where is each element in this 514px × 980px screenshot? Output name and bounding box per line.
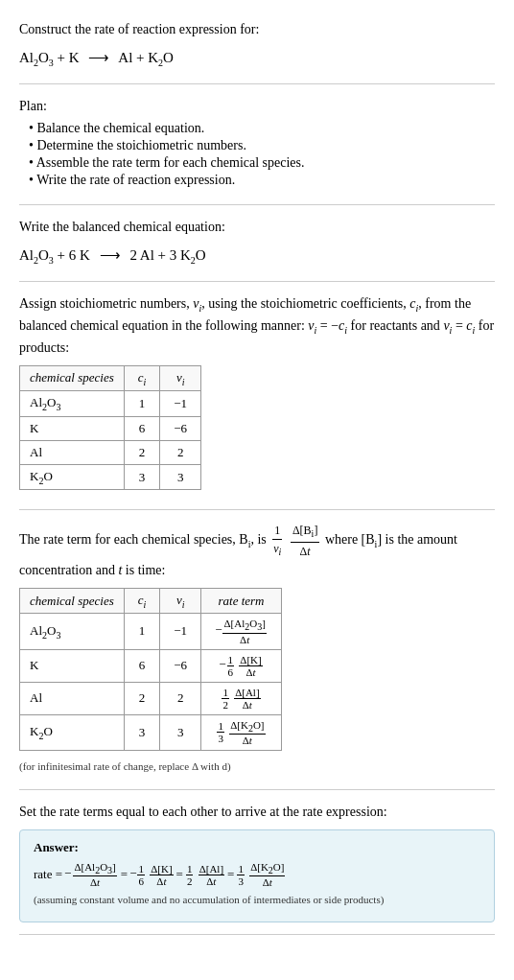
rate-term-table: chemical species ci νi rate term Al2O3 1… [19,588,282,751]
vi-al-2: 2 [160,682,201,714]
equals-2: = [176,867,183,882]
table-row: K 6 −6 − 1 6 Δ[K] Δt [20,649,282,682]
species-al2o3-1: Al2O3 [20,391,125,417]
vi-k-2: −6 [160,649,201,682]
ci-al2o3-2: 1 [124,614,160,649]
rate-al: 1 2 Δ[Al] Δt [201,682,282,714]
col-header-ci-2: ci [124,588,160,614]
ci-al-1: 2 [124,440,160,464]
ci-k-1: 6 [124,416,160,440]
plan-item-4: Write the rate of reaction expression. [29,172,495,189]
table-row: Al 2 2 1 2 Δ[Al] Δt [20,682,282,714]
species-al2o3-2: Al2O3 [20,614,125,649]
ci-al-2: 2 [124,682,160,714]
vi-k-1: −6 [160,416,201,440]
section3-reaction: Al2O3 + 6 K ⟶ 2 Al + 3 K2O [19,246,495,266]
ci-k2o-2: 3 [124,714,160,750]
equals-1: = [121,867,128,882]
rate-label: rate = [34,867,62,882]
section-balanced: Write the balanced chemical equation: Al… [19,217,495,282]
ci-k2o-1: 3 [124,464,160,490]
table-row: K2O 3 3 1 3 Δ[K2O] Δt [20,714,282,750]
species-al-1: Al [20,440,125,464]
col-header-species-1: chemical species [20,365,125,391]
rate-term-al2o3: − Δ[Al2O3] Δt [64,861,119,888]
vi-al2o3-2: −1 [160,614,201,649]
vi-al-1: 2 [160,440,201,464]
table-row: Al2O3 1 −1 [20,391,201,417]
vi-al2o3-1: −1 [160,391,201,417]
answer-note: (assuming constant volume and no accumul… [34,892,480,908]
rate-table-footnote: (for infinitesimal rate of change, repla… [19,758,495,775]
table-row: Al2O3 1 −1 − Δ[Al2O3] Δt [20,614,282,649]
section6-heading: Set the rate terms equal to each other t… [19,802,495,822]
section-plan: Plan: Balance the chemical equation. Det… [19,96,495,205]
table-row: Al 2 2 [20,440,201,464]
ci-k-2: 6 [124,649,160,682]
answer-box: Answer: rate = − Δ[Al2O3] Δt = − 1 6 Δ[K… [19,829,495,922]
col-header-ci-1: ci [124,365,160,391]
species-k-1: K [20,416,125,440]
species-k2o-2: K2O [20,714,125,750]
plan-list: Balance the chemical equation. Determine… [29,120,495,189]
section-stoichiometric: Assign stoichiometric numbers, νi, using… [19,293,495,510]
rate-k: − 1 6 Δ[K] Δt [201,649,282,682]
section1-reaction: Al2O3 + K ⟶ Al + K2O [19,49,495,68]
col-header-rate-term: rate term [201,588,282,614]
species-k2o-1: K2O [20,464,125,490]
section3-heading: Write the balanced chemical equation: [19,217,495,237]
vi-k2o-2: 3 [160,714,201,750]
section4-heading: Assign stoichiometric numbers, νi, using… [19,293,495,358]
table-row: K 6 −6 [20,416,201,440]
species-k-2: K [20,649,125,682]
rate-al2o3: − Δ[Al2O3] Δt [201,614,282,649]
rate-expression: rate = − Δ[Al2O3] Δt = − 1 6 Δ[K] Δt = [34,861,480,888]
ci-al2o3-1: 1 [124,391,160,417]
plan-item-1: Balance the chemical equation. [29,120,495,137]
rate-term-al-ans: 1 2 Δ[Al] Δt [185,863,225,887]
col-header-vi-2: νi [160,588,201,614]
answer-label: Answer: [34,840,480,855]
section-construct: Construct the rate of reaction expressio… [19,19,495,84]
section-answer: Set the rate terms equal to each other t… [19,802,495,935]
section-rate-terms: The rate term for each chemical species,… [19,522,495,790]
equals-3: = [227,867,234,882]
plan-item-2: Determine the stoichiometric numbers. [29,137,495,154]
stoich-table-1: chemical species ci νi Al2O3 1 −1 K 6 −6… [19,365,201,491]
rate-k2o: 1 3 Δ[K2O] Δt [201,714,282,750]
section1-heading: Construct the rate of reaction expressio… [19,19,495,39]
rate-term-k-ans: − 1 6 Δ[K] Δt [129,863,174,887]
species-al-2: Al [20,682,125,714]
col-header-vi-1: νi [160,365,201,391]
rate-term-k2o-ans: 1 3 Δ[K2O] Δt [236,861,286,888]
section5-heading: The rate term for each chemical species,… [19,522,495,579]
col-header-species-2: chemical species [20,588,125,614]
section2-heading: Plan: [19,96,495,116]
plan-item-3: Assemble the rate term for each chemical… [29,154,495,172]
table-row: K2O 3 3 [20,464,201,490]
vi-k2o-1: 3 [160,464,201,490]
